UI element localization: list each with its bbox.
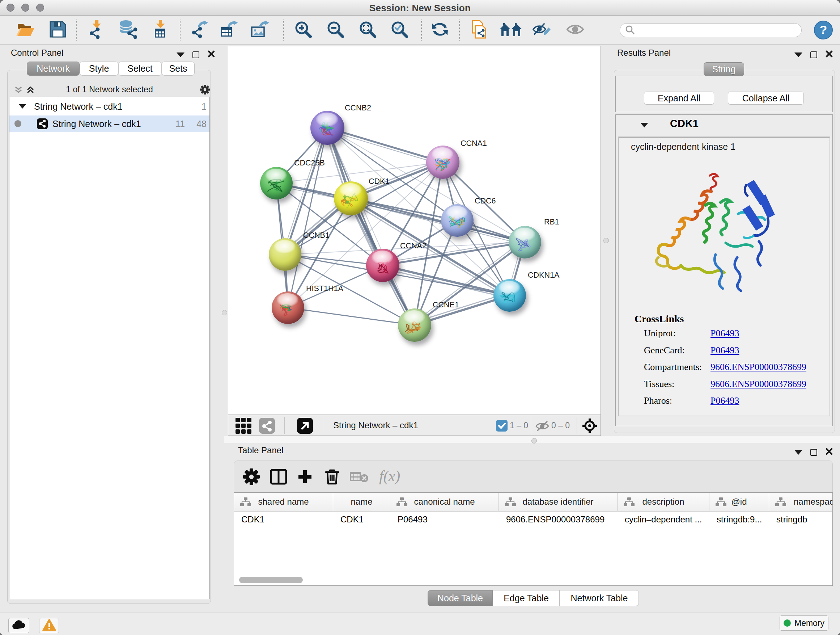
memory-button[interactable]: Memory [780,616,829,631]
birdseye-grid-icon[interactable] [235,418,252,435]
network-node-RB1[interactable] [508,226,541,258]
add-column-plus-icon[interactable] [295,467,315,487]
close-panel-icon[interactable] [207,50,215,59]
network-collection-row[interactable]: String Network – cdk1 1 [9,98,210,116]
column-header-label: description [617,497,709,507]
import-network-db-button[interactable] [118,20,139,40]
bottom-splitter-handle[interactable] [531,438,537,443]
column-header-description[interactable]: description [617,493,709,511]
table-cell[interactable]: stringdb [769,511,833,527]
cloud-status-button[interactable] [8,618,29,633]
float-panel-icon[interactable] [810,51,817,58]
network-node-CDC25B[interactable] [260,167,293,200]
collapse-protein-icon[interactable] [640,123,648,127]
split-table-columns-icon[interactable] [268,467,289,487]
warnings-button[interactable] [39,618,59,633]
zoom-fit-button[interactable] [357,20,378,40]
panel-menu-icon[interactable] [794,52,802,57]
column-header-namespace[interactable]: namespace [769,493,833,511]
column-header-shared-name[interactable]: shared name [234,493,333,511]
panel-menu-icon[interactable] [177,52,185,57]
tab-network-table[interactable]: Network Table [560,590,639,606]
float-panel-icon[interactable] [193,51,199,58]
table-settings-gear-icon[interactable] [241,467,262,487]
network-selection-status-bar: 1 of 1 Network selected [9,82,210,96]
close-panel-icon[interactable] [825,50,833,59]
column-header-canonical-name[interactable]: canonical name [390,493,499,511]
detach-view-icon[interactable] [297,418,313,435]
network-canvas[interactable]: CCNB2CCNA1CDC25BCDK1CDC6RB1CCNB1CCNA2CDK… [228,46,601,415]
left-splitter-handle[interactable] [222,310,227,315]
crosslink-value-link[interactable]: 9606.ENSP00000378699 [711,362,806,372]
tab-style[interactable]: Style [80,62,118,76]
hidden-eye-icon[interactable] [535,420,549,434]
network-node-CCNE1[interactable] [398,309,431,342]
network-node-CDK1[interactable] [334,181,368,215]
tab-sets[interactable]: Sets [162,62,195,76]
table-cell[interactable]: cyclin–dependent ... [617,511,709,527]
zoom-selected-button[interactable] [389,20,409,40]
save-session-button[interactable] [48,20,68,40]
tab-edge-table[interactable]: Edge Table [493,590,560,606]
table-horizontal-scrollbar[interactable] [239,577,303,583]
locate-crosshair-icon[interactable] [582,418,597,435]
help-button[interactable]: ? [813,21,833,41]
float-panel-icon[interactable] [810,449,817,456]
network-node-CCNA2[interactable] [366,249,399,282]
network-node-HIST1H1A[interactable] [272,291,304,324]
right-splitter-handle[interactable] [603,238,609,243]
crosslink-value-link[interactable]: 9606.ENSP00000378699 [711,379,806,390]
copy-style-button[interactable] [469,20,489,40]
table-toolbar: f(x) [234,461,833,492]
import-network-file-button[interactable] [86,20,106,40]
network-node-CDC6[interactable] [441,204,474,237]
import-table-icon [151,20,170,40]
network-share-badge-icon[interactable] [259,418,275,435]
crosslink-label: Tissues: [644,379,674,389]
column-header--id[interactable]: @id [709,493,769,511]
export-network-button[interactable] [190,20,210,40]
open-session-button[interactable] [15,20,35,40]
table-cell[interactable]: 9606.ENSP00000378699 [499,511,617,527]
hide-selected-button[interactable] [532,20,552,40]
column-header-name[interactable]: name [333,493,390,511]
table-cell[interactable]: CDK1 [333,511,390,527]
zoom-out-button[interactable] [325,20,346,40]
tab-node-table[interactable]: Node Table [428,590,493,606]
network-options-gear-icon[interactable] [200,85,210,97]
network-node-CCNB2[interactable] [310,111,344,145]
tab-network[interactable]: Network [27,62,80,76]
network-row[interactable]: String Network – cdk1 11 48 [9,116,210,132]
import-table-file-button[interactable] [150,20,171,40]
zoom-in-button[interactable] [293,20,313,40]
table-cell[interactable]: CDK1 [234,511,333,527]
crosslink-value-link[interactable]: P06493 [711,328,739,339]
node-label: CDC25B [294,158,325,168]
network-node-CCNB1[interactable] [269,238,302,271]
tab-select[interactable]: Select [118,62,162,76]
close-panel-icon[interactable] [825,448,833,457]
collapse-all-button[interactable]: Collapse All [728,92,804,105]
show-all-button[interactable] [565,20,585,40]
table-cell[interactable]: stringdb:9... [709,511,769,527]
export-table-button[interactable] [219,20,240,40]
network-node-CDKN1A[interactable] [493,279,526,312]
expand-all-button[interactable]: Expand All [644,92,714,105]
collapse-collection-icon[interactable] [19,104,26,109]
search-input[interactable] [635,25,791,35]
export-network-icon [191,20,210,40]
table-cell[interactable]: P06493 [390,511,499,527]
search-box[interactable] [620,23,802,37]
refresh-view-button[interactable] [430,20,450,40]
tab-string[interactable]: String [704,62,744,76]
first-neighbors-button[interactable] [501,20,521,40]
crosslink-value-link[interactable]: P06493 [711,395,739,406]
panel-menu-icon[interactable] [794,450,802,455]
selected-checkbox-icon[interactable] [496,420,508,433]
delete-column-trash-icon[interactable] [322,467,342,487]
export-image-button[interactable] [250,20,271,40]
crosslink-value-link[interactable]: P06493 [711,345,739,356]
network-node-CCNA1[interactable] [426,146,459,179]
crosslink-row: Tissues:9606.ENSP00000378699 [644,379,674,390]
column-header-database-identifier[interactable]: database identifier [499,493,617,511]
